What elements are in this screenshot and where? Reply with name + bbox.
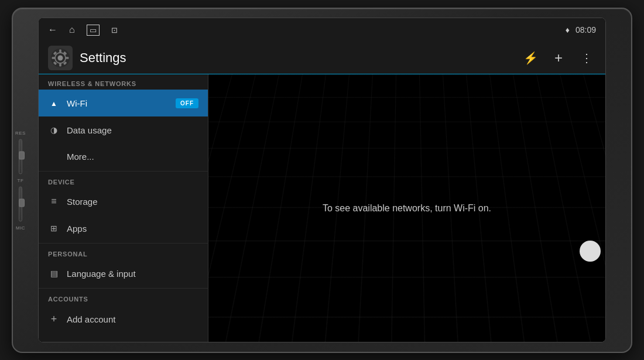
divider-1 <box>39 171 208 172</box>
page-title: Settings <box>80 50 521 66</box>
status-time: 08:09 <box>576 25 596 35</box>
status-bar: ← ⌂ ▭ ⊡ ♦ 08:09 <box>39 18 605 42</box>
more-label: More... <box>67 152 198 162</box>
section-wireless-networks: WIRELESS & NETWORKS <box>39 74 208 90</box>
svg-rect-6 <box>66 57 68 59</box>
data-usage-label: Data usage <box>67 125 198 135</box>
section-device: DEVICE <box>39 173 208 188</box>
home-button[interactable]: ⌂ <box>69 25 75 35</box>
status-right: ♦ 08:09 <box>566 25 596 35</box>
svg-rect-5 <box>52 57 55 59</box>
scroll-indicator[interactable] <box>580 241 601 262</box>
svg-rect-3 <box>59 49 61 52</box>
add-account-label: Add account <box>67 314 198 324</box>
language-label: Language & input <box>67 269 198 279</box>
storage-icon <box>48 196 60 207</box>
sidebar-item-wifi[interactable]: Wi-Fi OFF <box>39 90 208 116</box>
wifi-icon <box>48 98 60 108</box>
app-icon <box>48 46 73 70</box>
sidebar-item-apps[interactable]: Apps <box>39 215 208 242</box>
svg-point-2 <box>58 55 63 60</box>
add-account-icon: + <box>48 313 60 325</box>
apps-icon <box>48 223 60 234</box>
sidebar-item-language[interactable]: Language & input <box>39 260 208 287</box>
side-buttons: RES TF MIC <box>15 130 26 230</box>
sidebar: WIRELESS & NETWORKS Wi-Fi OFF Data usage… <box>39 74 208 342</box>
language-icon <box>48 268 60 279</box>
back-button[interactable]: ← <box>48 25 57 35</box>
flash-button[interactable]: ⚡ <box>521 49 540 67</box>
sidebar-item-data-usage[interactable]: Data usage <box>39 116 208 143</box>
recent-apps-button[interactable]: ▭ <box>87 25 100 36</box>
data-usage-icon <box>48 125 60 135</box>
screen: ← ⌂ ▭ ⊡ ♦ 08:09 <box>38 18 606 342</box>
overflow-menu-button[interactable]: ⋮ <box>577 49 596 67</box>
header-bar: Settings ⚡ + ⋮ <box>39 42 605 74</box>
add-button[interactable]: + <box>549 49 568 67</box>
right-panel: To see available networks, turn Wi-Fi on… <box>208 74 605 342</box>
sidebar-item-storage[interactable]: Storage <box>39 188 208 215</box>
res-label: RES <box>15 130 26 135</box>
svg-rect-4 <box>59 63 61 66</box>
res-slider[interactable] <box>19 139 22 174</box>
nav-icons: ← ⌂ ▭ ⊡ <box>48 25 566 36</box>
storage-label: Storage <box>67 197 198 207</box>
screenshot-button[interactable]: ⊡ <box>111 26 118 35</box>
wifi-label: Wi-Fi <box>67 98 169 108</box>
wifi-status-message: To see available networks, turn Wi-Fi on… <box>323 203 491 214</box>
location-icon: ♦ <box>566 25 570 35</box>
divider-3 <box>39 288 208 289</box>
header-actions: ⚡ + ⋮ <box>521 49 596 67</box>
device-frame: RES TF MIC ← ⌂ ▭ ⊡ ♦ 08:09 <box>12 8 632 353</box>
apps-label: Apps <box>67 224 198 234</box>
mic-label: MIC <box>16 225 25 230</box>
sidebar-item-add-account[interactable]: + Add account <box>39 305 208 334</box>
section-personal: PERSONAL <box>39 245 208 260</box>
main-content: WIRELESS & NETWORKS Wi-Fi OFF Data usage… <box>39 74 605 342</box>
divider-2 <box>39 243 208 244</box>
tf-slider[interactable] <box>19 186 22 221</box>
section-accounts: ACCOUNTS <box>39 290 208 305</box>
tf-label: TF <box>18 177 24 183</box>
wifi-toggle[interactable]: OFF <box>176 98 198 108</box>
sidebar-item-more[interactable]: More... <box>39 143 208 170</box>
